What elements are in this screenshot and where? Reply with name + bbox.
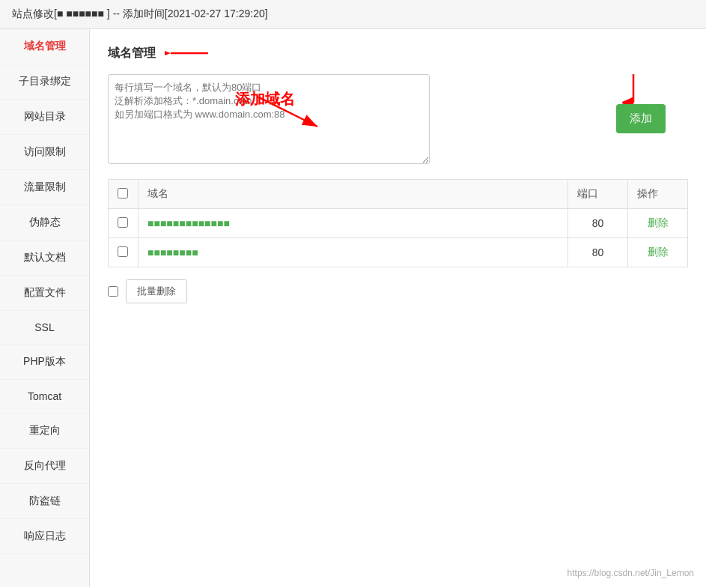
layout: 域名管理 子目录绑定 网站目录 访问限制 流量限制 伪静态 默认文档 配置文件 … [0,29,706,587]
table-header-checkbox [109,180,139,209]
delete-link-1[interactable]: 删除 [648,216,669,228]
row-checkbox-cell [109,209,139,238]
add-domain-button[interactable]: 添加 [616,104,666,133]
add-domain-area: 添加域名 添加 [108,74,688,164]
svg-line-3 [258,97,317,127]
sidebar-item-tomcat[interactable]: Tomcat [0,380,89,413]
table-header-domain: 域名 [139,180,568,209]
action-cell-2: 删除 [628,238,688,267]
action-cell-1: 删除 [628,209,688,238]
domain-value-1: ■■■■■■■■■■■■■ [147,217,230,229]
sidebar-item-ssl[interactable]: SSL [0,311,89,345]
sidebar-item-traffic[interactable]: 流量限制 [0,170,89,205]
table-header-port: 端口 [568,180,628,209]
section-title: 域名管理 [108,44,688,62]
top-bar: 站点修改[■ ■■■■■■ ] -- 添加时间[2021-02-27 17:29… [0,0,706,29]
sidebar-item-redirect[interactable]: 重定向 [0,413,89,449]
main-content: 域名管理 [90,29,706,587]
row-checkbox-1[interactable] [118,217,128,228]
domain-value-2: ■■■■■■■■ [147,246,198,258]
select-all-checkbox[interactable] [118,188,128,198]
batch-delete-button[interactable]: 批量删除 [126,279,187,303]
table-header-action: 操作 [628,180,688,209]
sidebar-item-subdir[interactable]: 子目录绑定 [0,64,89,100]
page-title: 站点修改[■ ■■■■■■ ] -- 添加时间[2021-02-27 17:29… [12,7,268,19]
sidebar: 域名管理 子目录绑定 网站目录 访问限制 流量限制 伪静态 默认文档 配置文件 … [0,29,90,587]
sidebar-item-log[interactable]: 响应日志 [0,519,89,554]
add-arrow-icon [258,97,377,142]
domain-cell-1: ■■■■■■■■■■■■■ [139,209,568,238]
table-row: ■■■■■■■■ 80 删除 [109,238,688,267]
sidebar-item-config[interactable]: 配置文件 [0,276,89,311]
arrow-icon [165,44,210,62]
batch-delete-row: 批量删除 [108,279,688,303]
sidebar-item-php[interactable]: PHP版本 [0,345,89,380]
domain-table: 域名 端口 操作 ■■■■■■■■■■■■■ 80 删除 [108,179,688,267]
sidebar-item-webdir[interactable]: 网站目录 [0,100,89,135]
row-checkbox-2[interactable] [118,246,128,257]
sidebar-item-proxy[interactable]: 反向代理 [0,449,89,484]
sidebar-item-static[interactable]: 伪静态 [0,205,89,240]
sidebar-item-default-doc[interactable]: 默认文档 [0,240,89,276]
watermark: https://blog.csdn.net/Jin_Lemon [567,568,694,578]
delete-link-2[interactable]: 删除 [648,246,669,258]
sidebar-item-hotlink[interactable]: 防盗链 [0,484,89,519]
row-checkbox-cell [109,238,139,267]
sidebar-item-access[interactable]: 访问限制 [0,135,89,170]
batch-select-checkbox[interactable] [108,286,118,297]
table-row: ■■■■■■■■■■■■■ 80 删除 [109,209,688,238]
sidebar-item-domain[interactable]: 域名管理 [0,29,89,64]
port-cell-2: 80 [568,238,628,267]
domain-cell-2: ■■■■■■■■ [139,238,568,267]
port-cell-1: 80 [568,209,628,238]
